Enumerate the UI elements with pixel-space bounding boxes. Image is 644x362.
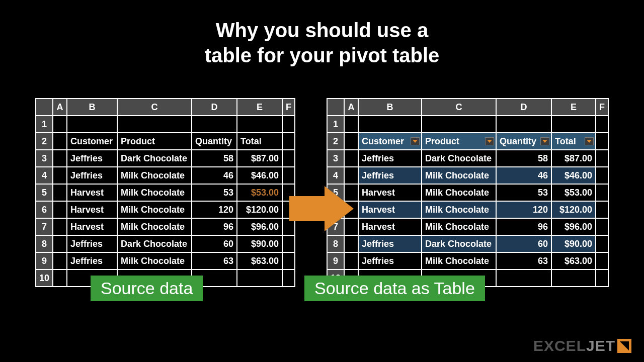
data-cell[interactable]: $63.00 — [237, 252, 282, 269]
col-header[interactable]: F — [596, 99, 608, 116]
page-title: Why you should use a table for your pivo… — [0, 0, 644, 68]
data-cell[interactable]: Harvest — [358, 201, 422, 218]
data-cell[interactable]: $63.00 — [551, 252, 596, 269]
row-header[interactable]: 2 — [327, 133, 344, 150]
data-cell[interactable]: Jeffries — [67, 235, 117, 252]
data-cell[interactable]: Harvest — [67, 201, 117, 218]
col-header[interactable]: D — [192, 99, 237, 116]
data-cell[interactable]: $46.00 — [551, 167, 596, 184]
data-cell[interactable]: $90.00 — [551, 235, 596, 252]
header-cell[interactable]: Total — [237, 133, 282, 150]
data-cell[interactable]: Milk Chocolate — [422, 252, 496, 269]
filter-dropdown-icon[interactable] — [411, 137, 420, 145]
data-cell[interactable]: $87.00 — [237, 150, 282, 167]
table-header-product[interactable]: Product — [422, 133, 496, 150]
data-cell[interactable]: Harvest — [358, 218, 422, 235]
filter-dropdown-icon[interactable] — [585, 137, 594, 145]
data-cell[interactable]: Dark Chocolate — [117, 235, 192, 252]
data-cell[interactable]: 53 — [192, 184, 237, 201]
row-header[interactable]: 4 — [36, 167, 53, 184]
table-header-total[interactable]: Total — [551, 133, 596, 150]
table-header-quantity[interactable]: Quantity — [496, 133, 551, 150]
data-cell[interactable]: Jeffries — [67, 150, 117, 167]
data-cell[interactable]: Milk Chocolate — [117, 201, 192, 218]
data-cell[interactable]: 120 — [496, 201, 551, 218]
data-cell[interactable]: Milk Chocolate — [117, 252, 192, 269]
data-cell[interactable]: Harvest — [67, 184, 117, 201]
row-header[interactable]: 5 — [36, 184, 53, 201]
data-cell[interactable]: Harvest — [67, 218, 117, 235]
col-header[interactable]: F — [282, 99, 295, 116]
source-data-excel-table: A B C D E F 1 2 Customer Product Quantit… — [327, 98, 609, 287]
row-header[interactable]: 6 — [36, 201, 53, 218]
arrow-icon — [289, 184, 355, 234]
col-header[interactable]: B — [67, 99, 117, 116]
col-header[interactable]: C — [422, 99, 496, 116]
data-cell[interactable]: $120.00 — [551, 201, 596, 218]
row-header[interactable]: 9 — [36, 252, 53, 269]
data-cell[interactable]: 96 — [192, 218, 237, 235]
row-header[interactable]: 7 — [36, 218, 53, 235]
col-header[interactable]: E — [237, 99, 282, 116]
col-header[interactable]: A — [53, 99, 67, 116]
data-cell[interactable]: 63 — [192, 252, 237, 269]
logo-arrow-icon — [617, 339, 631, 353]
data-cell[interactable]: Dark Chocolate — [422, 150, 496, 167]
header-cell[interactable]: Product — [117, 133, 192, 150]
col-header[interactable]: E — [551, 99, 596, 116]
data-cell[interactable]: Jeffries — [358, 167, 422, 184]
data-cell[interactable]: 96 — [496, 218, 551, 235]
data-cell[interactable]: Jeffries — [358, 235, 422, 252]
row-header[interactable]: 8 — [327, 235, 344, 252]
data-cell[interactable]: 58 — [496, 150, 551, 167]
data-cell[interactable]: $96.00 — [237, 218, 282, 235]
row-header[interactable]: 8 — [36, 235, 53, 252]
data-cell[interactable]: 60 — [192, 235, 237, 252]
data-cell[interactable]: Milk Chocolate — [422, 218, 496, 235]
data-cell[interactable]: Milk Chocolate — [117, 167, 192, 184]
data-cell[interactable]: Milk Chocolate — [422, 184, 496, 201]
col-header[interactable]: C — [117, 99, 192, 116]
row-header[interactable]: 1 — [327, 116, 344, 133]
filter-dropdown-icon[interactable] — [485, 137, 494, 145]
col-header[interactable]: D — [496, 99, 551, 116]
data-cell[interactable]: 63 — [496, 252, 551, 269]
data-cell[interactable]: 60 — [496, 235, 551, 252]
data-cell[interactable]: Milk Chocolate — [117, 184, 192, 201]
data-cell[interactable]: Jeffries — [358, 150, 422, 167]
data-cell[interactable]: Milk Chocolate — [422, 167, 496, 184]
data-cell[interactable]: $90.00 — [237, 235, 282, 252]
data-cell[interactable]: $53.00 — [551, 184, 596, 201]
filter-dropdown-icon[interactable] — [540, 137, 549, 145]
data-cell[interactable]: Dark Chocolate — [117, 150, 192, 167]
header-cell[interactable]: Quantity — [192, 133, 237, 150]
row-header[interactable]: 1 — [36, 116, 53, 133]
data-cell[interactable]: 58 — [192, 150, 237, 167]
data-cell[interactable]: $87.00 — [551, 150, 596, 167]
table-header-customer[interactable]: Customer — [358, 133, 422, 150]
data-cell[interactable]: Jeffries — [67, 252, 117, 269]
data-cell[interactable]: 46 — [192, 167, 237, 184]
col-header[interactable]: B — [358, 99, 422, 116]
header-cell[interactable]: Customer — [67, 133, 117, 150]
data-cell[interactable]: $53.00 — [237, 184, 282, 201]
row-header[interactable]: 4 — [327, 167, 344, 184]
data-cell[interactable]: $96.00 — [551, 218, 596, 235]
col-header[interactable]: A — [344, 99, 358, 116]
data-cell[interactable]: 46 — [496, 167, 551, 184]
data-cell[interactable]: Milk Chocolate — [422, 201, 496, 218]
data-cell[interactable]: 120 — [192, 201, 237, 218]
data-cell[interactable]: Dark Chocolate — [422, 235, 496, 252]
row-header[interactable]: 3 — [327, 150, 344, 167]
data-cell[interactable]: Jeffries — [67, 167, 117, 184]
data-cell[interactable]: Milk Chocolate — [117, 218, 192, 235]
row-header[interactable]: 3 — [36, 150, 53, 167]
row-header[interactable]: 9 — [327, 252, 344, 269]
data-cell[interactable]: $120.00 — [237, 201, 282, 218]
row-header[interactable]: 10 — [36, 269, 53, 287]
data-cell[interactable]: Harvest — [358, 184, 422, 201]
data-cell[interactable]: Jeffries — [358, 252, 422, 269]
data-cell[interactable]: $46.00 — [237, 167, 282, 184]
row-header[interactable]: 2 — [36, 133, 53, 150]
data-cell[interactable]: 53 — [496, 184, 551, 201]
